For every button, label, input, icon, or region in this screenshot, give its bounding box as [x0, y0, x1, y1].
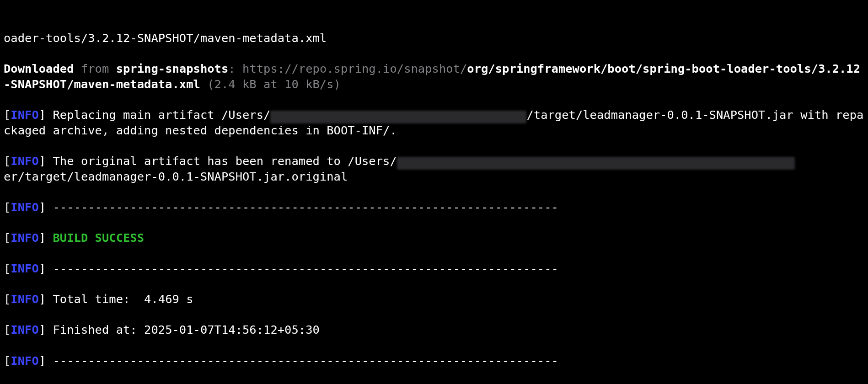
- log-level-info: INFO: [11, 354, 38, 368]
- text-fragment: The original artifact has been renamed t…: [46, 154, 397, 168]
- log-line-info: [INFO] Finished at: 2025-01-07T14:56:12+…: [4, 322, 864, 338]
- separator-dashes: ----------------------------------------…: [46, 354, 558, 368]
- text-fragment: oader-tools/3.2.12-SNAPSHOT/maven-metada…: [4, 31, 327, 45]
- bracket: [: [4, 292, 11, 306]
- text-fragment: Replacing main artifact /Users/: [46, 108, 270, 122]
- bracket: ]: [39, 200, 46, 214]
- total-time-value: Total time: 4.469 s: [46, 292, 193, 306]
- bracket: [: [4, 323, 11, 336]
- log-line-separator: [INFO] ---------------------------------…: [4, 261, 864, 277]
- log-line-separator: [INFO] ---------------------------------…: [4, 200, 864, 215]
- log-line-info: [INFO] Total time: 4.469 s: [4, 292, 864, 307]
- log-level-info: INFO: [11, 108, 38, 122]
- build-success-label: BUILD SUCCESS: [46, 231, 144, 245]
- log-level-info: INFO: [11, 200, 38, 214]
- separator-dashes: ----------------------------------------…: [46, 200, 558, 214]
- bracket: [: [4, 354, 11, 368]
- redacted-path: [397, 157, 795, 170]
- text-fragment: er/target/leadmanager-0.0.1-SNAPSHOT.jar…: [4, 170, 348, 183]
- bracket: [: [4, 261, 11, 275]
- terminal-output[interactable]: oader-tools/3.2.12-SNAPSHOT/maven-metada…: [0, 0, 868, 384]
- log-level-info: INFO: [11, 261, 38, 275]
- bracket: ]: [39, 354, 46, 368]
- log-line-build-success: [INFO] BUILD SUCCESS: [4, 230, 864, 246]
- log-line-info: [INFO] The original artifact has been re…: [4, 154, 864, 184]
- bracket: [: [4, 108, 11, 122]
- url-prefix: https://repo.spring.io/snapshot/: [242, 62, 467, 75]
- bracket: ]: [39, 154, 46, 168]
- text-fragment: Downloaded: [4, 62, 81, 75]
- log-line: Downloaded from spring-snapshots: https:…: [4, 61, 864, 92]
- log-line-info: [INFO] Replacing main artifact /Users//t…: [4, 107, 864, 138]
- repo-name: spring-snapshots: [109, 62, 228, 75]
- text-fragment: :: [228, 62, 242, 75]
- bracket: [: [4, 200, 11, 214]
- log-level-info: INFO: [11, 292, 38, 306]
- log-line: oader-tools/3.2.12-SNAPSHOT/maven-metada…: [4, 31, 864, 46]
- separator-dashes: ----------------------------------------…: [46, 261, 558, 275]
- log-line-separator: [INFO] ---------------------------------…: [4, 353, 864, 369]
- bracket: ]: [39, 261, 46, 275]
- download-size: (2.4 kB at 10 kB/s): [200, 77, 341, 91]
- finished-at-value: Finished at: 2025-01-07T14:56:12+05:30: [46, 323, 320, 336]
- bracket: [: [4, 231, 11, 245]
- log-level-info: INFO: [11, 323, 38, 336]
- bracket: [: [4, 154, 11, 168]
- log-level-info: INFO: [11, 154, 38, 168]
- text-fragment: from: [81, 62, 109, 75]
- log-level-info: INFO: [11, 231, 38, 245]
- bracket: ]: [39, 323, 46, 336]
- bracket: ]: [39, 231, 46, 245]
- bracket: ]: [39, 108, 46, 122]
- redacted-path: [270, 111, 526, 123]
- bracket: ]: [39, 292, 46, 306]
